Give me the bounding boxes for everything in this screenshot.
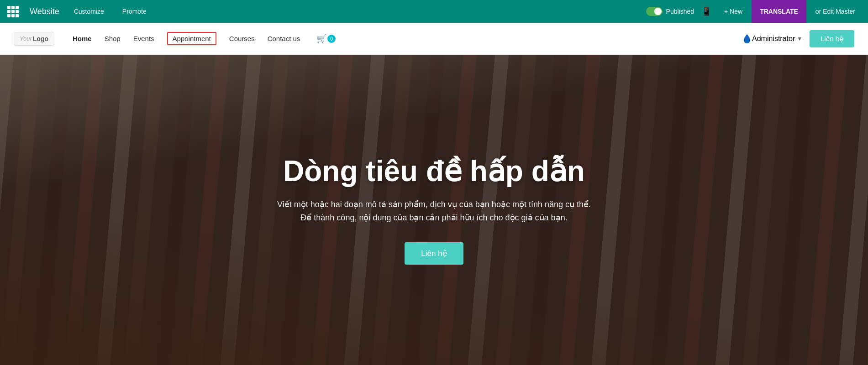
translate-button[interactable]: TRANSLATE [752,0,806,23]
logo-area[interactable]: YourLogo [14,32,54,46]
cart-area[interactable]: 🛒0 [316,34,336,44]
edit-master-button[interactable]: or Edit Master [810,8,861,15]
lien-he-nav-button[interactable]: Liên hệ [810,30,854,47]
new-button[interactable]: + New [719,6,748,17]
site-menu: Home Shop Events Appointment Courses Con… [73,32,744,45]
nav-contact-us[interactable]: Contact us [268,35,300,42]
published-toggle[interactable]: Published [646,7,694,16]
cart-icon[interactable]: 🛒 [316,34,326,44]
site-nav: YourLogo Home Shop Events Appointment Co… [0,23,868,55]
customize-nav[interactable]: Customize [70,6,108,17]
water-drop-icon [744,34,750,43]
admin-bar-left: Website Customize Promote [7,6,150,17]
hero-lien-he-button[interactable]: Liên hệ [405,242,463,265]
hero-section: Dòng tiêu đề hấp dẫn Viết một hoặc hai đ… [0,55,868,365]
logo[interactable]: YourLogo [14,32,54,46]
mobile-preview-icon[interactable]: 📱 [698,6,715,16]
admin-user-label: Administrator [752,35,795,43]
cart-badge: 0 [327,35,336,43]
nav-appointment[interactable]: Appointment [167,32,216,45]
hero-subtitle: Viết một hoặc hai đoạn mô tả sản phẩm, d… [277,198,591,224]
admin-brand: Website [30,7,59,16]
nav-right: Administrator ▼ Liên hệ [744,30,854,47]
apps-grid-icon[interactable] [7,6,19,17]
nav-courses[interactable]: Courses [229,35,255,42]
admin-bar-right: Published 📱 + New TRANSLATE or Edit Mast… [646,0,861,23]
hero-title: Dòng tiêu đề hấp dẫn [277,155,591,187]
logo-logo-text: Logo [33,35,48,42]
hero-subtitle-line1: Viết một hoặc hai đoạn mô tả sản phẩm, d… [277,200,591,209]
toggle-switch[interactable] [646,7,663,16]
nav-home[interactable]: Home [73,35,92,42]
nav-events[interactable]: Events [133,35,154,42]
published-label: Published [666,8,694,15]
logo-your-text: Your [20,35,32,42]
promote-nav[interactable]: Promote [119,6,150,17]
admin-bar: Website Customize Promote Published 📱 + … [0,0,868,23]
hero-content: Dòng tiêu đề hấp dẫn Viết một hoặc hai đ… [268,155,600,265]
new-label: + New [724,8,742,15]
admin-user-area[interactable]: Administrator ▼ [744,34,802,43]
chevron-down-icon[interactable]: ▼ [797,36,802,42]
hero-subtitle-line2: Để thành công, nội dung của bạn cần phải… [300,213,567,222]
nav-shop[interactable]: Shop [105,35,121,42]
